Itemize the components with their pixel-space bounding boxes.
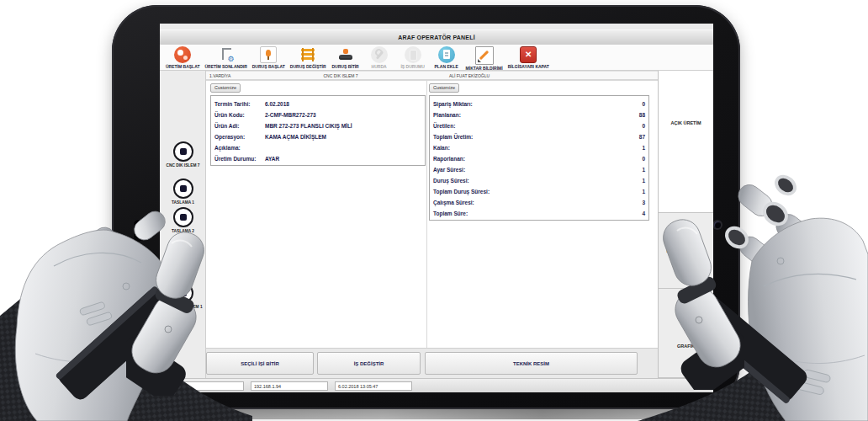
stat-row: Kalan: 1: [433, 142, 645, 153]
machine-label: CNC DIK ISLEM 7: [290, 73, 391, 78]
machine-button[interactable]: TASLAMA 2: [160, 207, 206, 233]
machine-circle-icon: [173, 141, 193, 162]
stat-row: Toplam Süre: 4: [433, 208, 645, 219]
status-field: 192.168.1.94: [251, 381, 328, 391]
machine-circle-icon: [173, 283, 193, 303]
production-end-icon: [218, 46, 235, 63]
machine-button[interactable]: CNC YATAY ISLEM 1: [160, 283, 206, 309]
toolbar: ÜRETİM BAŞLAT ÜRETİM SONLANDIR DURUŞ BAŞ…: [160, 45, 713, 71]
tablet-device: ARAF OPERATÖR PANELİ ÜRETİM BAŞLAT ÜRETİ…: [112, 5, 740, 409]
pause-end-icon: [337, 46, 354, 63]
job-field-row: Operasyon: KAMA AÇMA DİKİŞLEM: [214, 131, 421, 142]
app-window: ARAF OPERATÖR PANELİ ÜRETİM BAŞLAT ÜRETİ…: [160, 24, 713, 392]
machine-circle-icon: [173, 207, 193, 227]
pause-start-icon: [260, 46, 277, 63]
action-bar: SEÇİLİ İŞİ BİTİRİŞ DEĞİŞTİRTEKNİK RESİM: [206, 348, 658, 378]
tablet-side-button: [134, 220, 143, 242]
customize-button[interactable]: Customize: [210, 83, 241, 93]
right-tab[interactable]: GRAFİK: [659, 289, 713, 378]
job-status-icon: [405, 46, 421, 63]
shift-label: 1.VARDİYA: [209, 73, 230, 78]
shutdown-icon: [520, 46, 537, 63]
action-button[interactable]: SEÇİLİ İŞİ BİTİR: [206, 352, 314, 375]
status-bar: ALPX192.168.1.946.02.2018 13:05:47: [160, 378, 713, 392]
toolbar-button[interactable]: İŞ DURUMU: [396, 46, 430, 69]
status-field: 6.02.2018 13:05:47: [335, 381, 412, 391]
stat-row: Toplam Duruş Süresi: 1: [433, 186, 645, 197]
machine-circle-icon: [173, 248, 193, 268]
plan-add-icon: [438, 46, 455, 63]
job-field-row: Üretim Durumu: AYAR: [214, 153, 421, 164]
tablet-shadow: [49, 408, 844, 419]
machine-button[interactable]: TASLAMA 1: [160, 179, 206, 205]
operator-label: ALİ FUAT EKİZOĞLU: [419, 73, 520, 78]
right-fingertip: [771, 210, 816, 252]
toolbar-button[interactable]: ÜRETİM SONLANDIR: [202, 46, 249, 69]
toolbar-button[interactable]: DURUŞ DEĞİŞTİR: [288, 46, 329, 69]
scene: ARAF OPERATÖR PANELİ ÜRETİM BAŞLAT ÜRETİ…: [0, 0, 868, 421]
toolbar-button[interactable]: ÜRETİM BAŞLAT: [163, 46, 202, 69]
stat-row: Raporlanan: 0: [433, 153, 645, 164]
machine-button[interactable]: R MONTAJ: [160, 248, 206, 274]
action-button[interactable]: TEKNİK RESİM: [425, 352, 638, 375]
right-fingertip: [736, 232, 775, 269]
toolbar-button[interactable]: MİKTAR BİLDİRİMİ: [463, 46, 505, 71]
machine-button[interactable]: CNC DIK ISLEM 7: [160, 141, 206, 168]
panel-divider: [426, 81, 427, 349]
toolbar-button[interactable]: DURUŞ BİTİR: [329, 46, 363, 69]
right-tab-column: AÇIK ÜRETİM PLANDAKİ İŞLER GRAFİK: [658, 71, 713, 378]
stat-row: Planlanan: 88: [433, 109, 645, 120]
right-palm: [749, 218, 868, 421]
right-finger-joint-ring: [773, 173, 798, 198]
stat-row: Duruş Süresi: 1: [433, 175, 645, 186]
job-field-row: Ürün Kodu: 2-CMF-MBR272-273: [214, 109, 421, 120]
stat-row: Üretilen: 0: [433, 120, 645, 131]
right-tab[interactable]: PLANDAKİ İŞLER: [659, 213, 713, 289]
action-button[interactable]: İŞ DEĞİŞTİR: [317, 352, 421, 375]
toolbar-button[interactable]: PLAN EKLE: [430, 46, 463, 69]
window-title: ARAF OPERATÖR PANELİ: [160, 29, 713, 45]
main-content: Customize Termin Tarihi: 6.02.2018 Ürün …: [206, 80, 658, 348]
scrap-icon: [371, 46, 388, 63]
stat-row: Toplam Üretim: 87: [433, 131, 645, 142]
machine-sidebar: CNC DIK ISLEM 7 TASLAMA 1 TASLAMA 2 R MO…: [160, 71, 206, 378]
job-info-box: Termin Tarihi: 6.02.2018 Ürün Kodu: 2-CM…: [210, 95, 426, 166]
stat-row: Ayar Süresi: 1: [433, 164, 645, 175]
toolbar-button[interactable]: HURDA: [363, 46, 396, 69]
machine-circle-icon: [173, 179, 193, 199]
shift-bar: 1.VARDİYA CNC DIK ISLEM 7 ALİ FUAT EKİZO…: [206, 71, 658, 80]
left-finger-joint-ring: [66, 249, 94, 276]
right-fingertip: [734, 180, 777, 221]
right-tab[interactable]: AÇIK ÜRETİM: [659, 71, 713, 213]
right-finger-joint-ring: [760, 200, 791, 229]
stat-row: Sipariş Miktarı: 0: [433, 99, 645, 109]
pause-change-icon: [299, 46, 316, 63]
job-field-row: Açıklama:: [214, 142, 421, 153]
job-field-row: Ürün Adi: MBR 272-273 FLANSLI CIKIŞ MİLİ: [214, 120, 421, 131]
toolbar-button[interactable]: DURUŞ BAŞLAT: [250, 46, 288, 69]
job-field-row: Termin Tarihi: 6.02.2018: [214, 99, 421, 109]
production-start-icon: [174, 46, 191, 63]
stat-row: Çalışma Süresi: 3: [433, 197, 645, 208]
tablet-camera: [714, 221, 721, 228]
status-field: ALPX: [164, 381, 244, 391]
toolbar-button[interactable]: BİLGİSAYARI KAPAT: [505, 46, 552, 69]
production-stats-box: Sipariş Miktarı: 0 Planlanan: 88 Üretile…: [429, 95, 649, 221]
customize-button[interactable]: Customize: [429, 83, 459, 93]
quantity-report-icon: [475, 46, 494, 65]
